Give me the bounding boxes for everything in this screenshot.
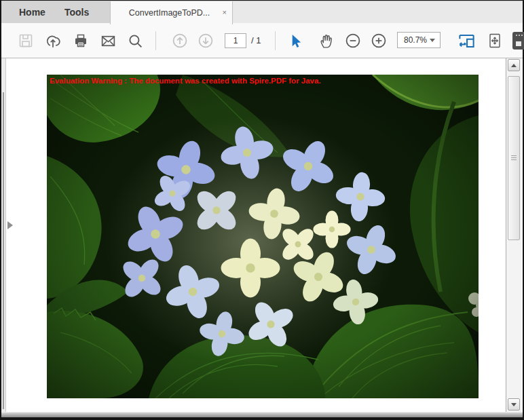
tab-document-label: ConvertImageToPD... <box>129 8 214 18</box>
window-bottom-bar <box>1 412 523 417</box>
zoom-level-value: 80.7% <box>398 35 430 45</box>
find-button[interactable] <box>127 33 143 49</box>
next-page-button[interactable] <box>198 33 214 49</box>
email-icon <box>100 33 117 50</box>
scrollbar-grip-icon <box>511 155 517 161</box>
chevron-down-icon <box>430 39 435 42</box>
flower-photo <box>47 75 479 398</box>
hand-tool-icon <box>318 33 335 50</box>
zoom-out-icon <box>344 32 362 50</box>
zoom-level-dropdown[interactable]: 80.7% <box>397 32 441 48</box>
navigation-pane-strip <box>1 58 6 412</box>
scroll-down-button[interactable] <box>508 398 520 411</box>
page-down-icon <box>197 32 214 50</box>
page-up-icon <box>171 32 189 50</box>
page-count-label: / 1 <box>251 35 261 45</box>
hand-tool-button[interactable] <box>318 33 334 49</box>
edit-tool-icon <box>516 41 521 46</box>
tab-bar-left-section <box>1 1 110 24</box>
tab-close-icon[interactable]: × <box>223 8 227 16</box>
select-tool-button[interactable] <box>287 33 303 49</box>
share-button[interactable] <box>45 33 61 49</box>
upload-cloud-icon <box>44 32 62 50</box>
scroll-up-icon <box>511 64 517 67</box>
tab-home[interactable]: Home <box>19 1 45 24</box>
toolbar-separator <box>275 31 276 50</box>
zoom-in-button[interactable] <box>371 33 387 49</box>
save-icon <box>18 33 34 49</box>
zoom-out-button[interactable] <box>345 33 361 49</box>
zoom-in-icon <box>370 32 388 50</box>
tab-tools[interactable]: Tools <box>64 1 89 24</box>
fit-width-icon <box>457 32 476 50</box>
scroll-down-icon <box>511 403 517 406</box>
fit-page-icon <box>487 33 503 49</box>
vertical-scrollbar[interactable] <box>506 58 521 412</box>
select-tool-icon <box>288 33 303 49</box>
tab-document[interactable]: ConvertImageToPD... × <box>110 1 233 24</box>
edit-tool-dots <box>516 35 524 36</box>
scroll-up-button[interactable] <box>508 59 520 71</box>
previous-page-button[interactable] <box>172 33 188 49</box>
page-number-input[interactable] <box>225 33 246 48</box>
edit-tool-button[interactable] <box>512 32 524 50</box>
fit-width-button[interactable] <box>458 33 474 49</box>
print-icon <box>73 33 89 49</box>
pane-edge-line <box>3 92 4 409</box>
toolbar-separator <box>155 31 156 50</box>
print-button[interactable] <box>73 33 89 49</box>
fit-page-button[interactable] <box>487 33 503 49</box>
email-button[interactable] <box>100 33 116 49</box>
evaluation-warning-text: Evaluation Warning : The document was cr… <box>50 77 321 85</box>
save-button[interactable] <box>18 33 34 49</box>
search-icon <box>127 33 144 50</box>
tab-bar: Home Tools ConvertImageToPD... × <box>1 1 523 24</box>
pdf-page-image: Evaluation Warning : The document was cr… <box>47 75 479 398</box>
expand-pane-arrow-icon[interactable] <box>7 221 13 229</box>
main-toolbar: / 1 80.7% <box>1 23 523 58</box>
scrollbar-thumb[interactable] <box>508 76 520 240</box>
document-view: Evaluation Warning : The document was cr… <box>1 58 523 412</box>
